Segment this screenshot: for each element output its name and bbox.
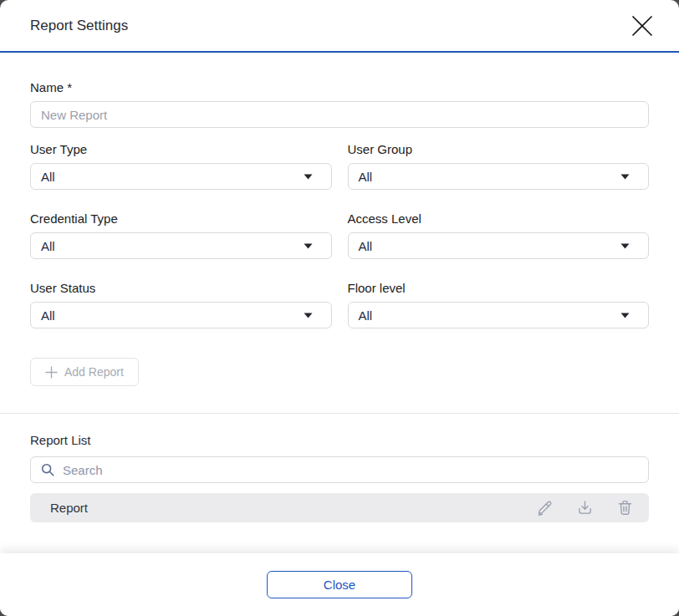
trash-icon xyxy=(616,499,634,517)
add-report-label: Add Report xyxy=(64,365,124,379)
user-status-value: All xyxy=(41,308,55,323)
report-name-input[interactable] xyxy=(30,101,649,128)
user-group-select[interactable]: All xyxy=(348,163,650,190)
field-floor-level: Floor level All xyxy=(348,281,650,328)
delete-report-button[interactable] xyxy=(615,499,634,517)
report-item-name: Report xyxy=(50,501,535,515)
floor-level-value: All xyxy=(359,308,373,323)
close-button[interactable]: Close xyxy=(267,571,412,598)
close-icon xyxy=(630,13,655,38)
report-settings-dialog: Report Settings Name * User Type All xyxy=(0,0,679,616)
report-search-input[interactable] xyxy=(30,456,649,483)
user-type-value: All xyxy=(41,170,55,184)
field-access-level: Access Level All xyxy=(348,211,650,259)
user-type-select[interactable]: All xyxy=(30,163,332,190)
credential-type-value: All xyxy=(41,239,55,253)
user-group-value: All xyxy=(359,170,373,184)
dialog-content: Name * User Type All User Group All xyxy=(0,53,679,553)
filter-fields-grid: User Type All User Group All xyxy=(30,142,649,328)
chevron-down-icon xyxy=(304,243,313,249)
user-status-select[interactable]: All xyxy=(30,302,332,328)
user-type-label: User Type xyxy=(30,142,332,156)
section-divider xyxy=(0,413,679,414)
user-group-label: User Group xyxy=(348,142,650,156)
user-status-label: User Status xyxy=(30,281,332,295)
field-user-status: User Status All xyxy=(30,281,332,328)
access-level-value: All xyxy=(359,239,373,253)
floor-level-select[interactable]: All xyxy=(348,302,650,328)
chevron-down-icon xyxy=(304,174,313,180)
field-user-group: User Group All xyxy=(348,142,650,190)
download-icon xyxy=(576,499,594,517)
chevron-down-icon xyxy=(620,174,630,180)
report-search xyxy=(30,456,649,483)
chevron-down-icon xyxy=(620,243,630,249)
credential-type-select[interactable]: All xyxy=(30,232,332,259)
access-level-label: Access Level xyxy=(348,211,650,226)
name-field-label: Name * xyxy=(30,80,649,94)
download-report-button[interactable] xyxy=(575,499,594,517)
plus-icon xyxy=(45,366,58,379)
add-report-button[interactable]: Add Report xyxy=(30,358,139,386)
edit-report-button[interactable] xyxy=(535,499,554,517)
pencil-icon xyxy=(536,499,554,517)
access-level-select[interactable]: All xyxy=(348,232,650,259)
field-credential-type: Credential Type All xyxy=(30,211,332,259)
dialog-header: Report Settings xyxy=(0,0,679,53)
report-list-item[interactable]: Report xyxy=(30,493,649,522)
chevron-down-icon xyxy=(304,313,313,318)
credential-type-label: Credential Type xyxy=(30,211,332,226)
chevron-down-icon xyxy=(620,313,630,318)
field-user-type: User Type All xyxy=(30,142,332,190)
floor-level-label: Floor level xyxy=(348,281,650,295)
close-dialog-button[interactable] xyxy=(627,11,657,41)
dialog-footer: Close xyxy=(0,553,679,616)
report-item-actions xyxy=(535,499,634,517)
dialog-title: Report Settings xyxy=(30,18,128,34)
report-list-title: Report List xyxy=(30,433,649,447)
